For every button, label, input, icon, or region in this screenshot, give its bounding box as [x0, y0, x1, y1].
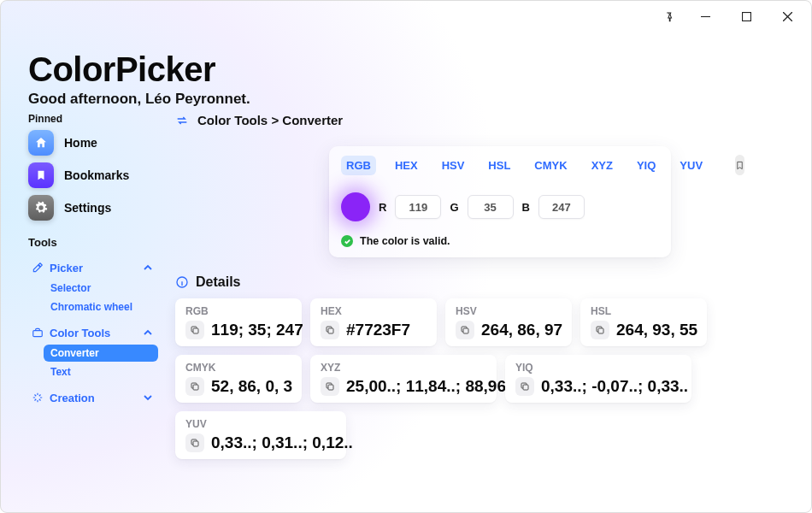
greeting-text: Good afternoon, Léo Peyronnet.	[28, 91, 787, 108]
nav-item-selector[interactable]: Selector	[44, 280, 158, 297]
channel-label-b: B	[522, 201, 530, 214]
detail-card-hsl: HSL 264, 93, 55	[580, 298, 707, 346]
card-label: HSL	[591, 305, 697, 317]
main-content: Color Tools > Converter RGB HEX HSV HSL …	[158, 113, 787, 512]
check-icon	[341, 235, 353, 247]
svg-rect-5	[463, 328, 468, 333]
card-label: YIQ	[515, 362, 681, 374]
tools-label: Tools	[28, 236, 158, 249]
copy-button[interactable]	[185, 377, 204, 396]
detail-card-yuv: YUV 0,33..; 0,31..; 0,12..	[175, 411, 346, 459]
channel-label-g: G	[450, 201, 458, 214]
copy-icon	[325, 381, 335, 392]
tab-hsl[interactable]: HSL	[483, 156, 515, 175]
card-value: 264, 86, 97	[481, 321, 562, 339]
card-value: 25,00..; 11,84..; 88,96..	[346, 377, 515, 396]
nav-group-label: Picker	[50, 262, 83, 274]
copy-icon	[190, 438, 200, 448]
copy-button[interactable]	[321, 377, 339, 396]
sidebar-item-label: Bookmarks	[64, 168, 129, 182]
sidebar-item-settings[interactable]: Settings	[28, 195, 158, 221]
nav-group-label: Color Tools	[50, 327, 110, 339]
sidebar-item-label: Settings	[64, 201, 111, 215]
channel-input-b[interactable]	[538, 195, 585, 219]
copy-icon	[595, 325, 605, 335]
card-value: 52, 86, 0, 3	[211, 377, 292, 396]
app-title: ColorPicker	[28, 50, 787, 89]
card-label: RGB	[185, 305, 291, 317]
color-model-tabs: RGB HEX HSV HSL CMYK XYZ YIQ YUV	[341, 155, 659, 175]
nav-group-picker[interactable]: Picker	[28, 257, 158, 278]
copy-button[interactable]	[591, 321, 609, 339]
svg-rect-9	[523, 385, 528, 390]
info-icon	[175, 275, 189, 289]
details-title: Details	[196, 274, 240, 290]
nav-item-chromatic-wheel[interactable]: Chromatic wheel	[44, 298, 158, 315]
chevron-down-icon	[141, 391, 155, 404]
copy-icon	[190, 381, 200, 392]
copy-button[interactable]	[185, 433, 204, 452]
breadcrumb: Color Tools > Converter	[175, 113, 787, 127]
nav-group-label: Creation	[50, 392, 95, 404]
details-cards: RGB 119; 35; 247 HEX #7723F7	[175, 298, 731, 459]
nav-group-color-tools[interactable]: Color Tools	[28, 322, 158, 343]
bookmark-icon	[735, 160, 744, 171]
detail-card-rgb: RGB 119; 35; 247	[175, 298, 302, 346]
pinned-label: Pinned	[28, 113, 158, 125]
card-label: CMYK	[185, 362, 291, 374]
channel-input-r[interactable]	[395, 195, 441, 219]
svg-rect-10	[193, 441, 198, 446]
detail-card-cmyk: CMYK 52, 86, 0, 3	[175, 355, 302, 403]
chevron-up-icon	[141, 261, 155, 274]
toolbox-icon	[32, 327, 44, 339]
copy-icon	[325, 325, 335, 335]
card-value: 0,33..; -0,07..; 0,33..	[541, 377, 688, 396]
tab-rgb[interactable]: RGB	[341, 156, 376, 175]
bookmark-icon	[28, 162, 54, 188]
tab-hex[interactable]: HEX	[390, 156, 423, 175]
details-header: Details	[175, 274, 787, 290]
color-swatch	[341, 192, 370, 221]
validation-status: The color is valid.	[341, 235, 659, 247]
swap-icon	[175, 114, 189, 127]
channel-label-r: R	[379, 201, 386, 214]
card-value: 264, 93, 55	[616, 321, 697, 339]
copy-button[interactable]	[456, 321, 474, 339]
sidebar-item-bookmarks[interactable]: Bookmarks	[28, 162, 158, 188]
nav-group-creation[interactable]: Creation	[28, 387, 158, 408]
svg-rect-1	[33, 331, 43, 337]
copy-icon	[190, 325, 200, 335]
detail-card-hex: HEX #7723F7	[310, 298, 437, 346]
card-value: 0,33..; 0,31..; 0,12..	[211, 433, 353, 452]
gear-icon	[28, 195, 54, 221]
tab-yiq[interactable]: YIQ	[632, 156, 661, 175]
card-label: XYZ	[321, 362, 486, 374]
nav-item-converter[interactable]: Converter	[44, 345, 158, 362]
tab-yuv[interactable]: YUV	[674, 156, 708, 175]
card-value: #7723F7	[346, 321, 410, 339]
svg-rect-6	[598, 328, 603, 333]
tab-hsv[interactable]: HSV	[437, 156, 470, 175]
copy-button[interactable]	[515, 377, 534, 396]
copy-button[interactable]	[185, 321, 204, 339]
svg-rect-8	[328, 385, 333, 390]
sidebar-item-home[interactable]: Home	[28, 130, 158, 156]
tab-cmyk[interactable]: CMYK	[529, 156, 572, 175]
sidebar-item-label: Home	[64, 136, 97, 150]
card-label: HSV	[456, 305, 562, 317]
converter-panel: RGB HEX HSV HSL CMYK XYZ YIQ YUV	[329, 146, 671, 257]
nav-item-text[interactable]: Text	[44, 363, 158, 380]
svg-rect-3	[193, 328, 198, 333]
breadcrumb-text: Color Tools > Converter	[197, 113, 343, 127]
card-value: 119; 35; 247	[211, 321, 303, 339]
sidebar: Pinned Home Bookmarks	[28, 113, 158, 512]
status-text: The color is valid.	[360, 235, 450, 247]
channel-input-g[interactable]	[468, 195, 514, 219]
detail-card-hsv: HSV 264, 86, 97	[445, 298, 572, 346]
detail-card-yiq: YIQ 0,33..; -0,07..; 0,33..	[505, 355, 691, 403]
eyedropper-icon	[32, 262, 44, 274]
bookmark-color-button[interactable]	[735, 155, 744, 175]
tab-xyz[interactable]: XYZ	[586, 156, 618, 175]
copy-button[interactable]	[321, 321, 339, 339]
sparkle-icon	[32, 392, 44, 404]
